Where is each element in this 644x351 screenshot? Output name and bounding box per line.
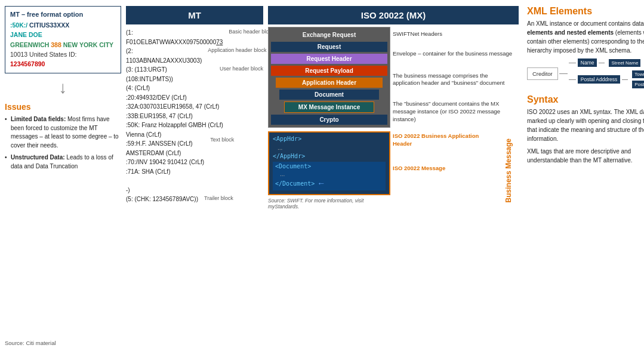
mt-line-13: :71A: SHA (CrLf) <box>126 167 204 177</box>
mt-line-16: (5: (CHK: 123456789AVC)) <box>126 195 198 204</box>
code-line-4: 10013 United States ID: <box>10 50 116 59</box>
iso-header: ISO 20022 (MX) <box>268 6 519 24</box>
issue-item-2: Unstructured Data: Leads to a loss of da… <box>5 153 121 171</box>
source-swift: Source: SWIFT. For more information, vis… <box>268 198 390 210</box>
annot-swiftnet: SWIFTNet Headers <box>393 30 515 38</box>
er-document: Document <box>279 90 379 100</box>
arrow-down: ↓ <box>5 79 121 96</box>
mt-line-5: :20:494932/DEV (CrLf) <box>126 93 263 103</box>
er-crypto: Crypto <box>271 115 387 125</box>
bm-annotations: ISO 20022 Business Application Header IS… <box>393 131 515 210</box>
left-column: MT – free format option :50K:/ CITIUS33X… <box>5 6 121 346</box>
syntax-section: Syntax ISO 20022 uses an XML syntax. The… <box>527 94 644 165</box>
xml-branch-name: Name Street Name <box>569 59 644 67</box>
bm-dots2: ... <box>280 171 285 177</box>
mt-line-9: Vienna (CrLf) <box>126 130 204 140</box>
xml-syntax-column: XML Elements An XML instance or document… <box>523 6 644 346</box>
mt-line-2: (2: 1103ABNANL2AXXXU3003) <box>126 47 202 65</box>
creditor-box: Creditor <box>527 67 558 80</box>
xml-postal-box: Postal Adddress <box>578 75 620 84</box>
er-request: Request <box>271 42 387 52</box>
mt-text-block: Vienna (CrLf) :59:H.F. JANSSEN (CrLf) AM… <box>126 130 263 195</box>
code-line-5: 1234567890 <box>10 59 116 69</box>
mt-block-basic: (1: F01OELBATWWAXXX09750000073 Basic hea… <box>126 28 263 47</box>
exchange-request-area: Exchange Request Request Request Header … <box>268 27 519 128</box>
mt-header: MT <box>126 6 263 24</box>
mt-line-14 <box>126 176 204 186</box>
mt-line-7: :33B:EUR1958, 47 (CrLf) <box>126 112 263 121</box>
xml-street-box: Street Name <box>609 59 640 67</box>
xml-branch-postal: Postal Adddress Town Name Post Code <box>569 70 644 88</box>
xml-body: An XML instance or document contains dat… <box>527 19 644 55</box>
code-line-1: :50K:/ CITIUS33XXX <box>10 20 116 30</box>
bm-dots1: ... <box>278 144 282 151</box>
business-message-diagram: <AppHdr> ... </AppHdr> <Document> ... <box>268 131 390 210</box>
annot-envelope: Envelope – container for the business me… <box>393 50 515 58</box>
mt-line-3: (3: (113:URGT)(108:INTLPMTS)) <box>126 65 214 84</box>
er-request-header: Request Header <box>271 54 387 64</box>
er-request-payload: Request Payload <box>271 66 387 76</box>
syntax-body: ISO 20022 uses an XML syntax. The XML da… <box>527 107 644 143</box>
bm-apphdr-close: </AppHdr> <box>273 152 305 161</box>
exchange-annotations: SWIFTNet Headers Envelope – container fo… <box>393 27 515 128</box>
code-line-2: JANE DOE <box>10 30 116 39</box>
bm-document-close: </Document> <box>275 180 315 187</box>
mt-free-format-title: MT – free format option <box>10 11 116 18</box>
xml-tree: Creditor Name Street Name <box>527 59 644 88</box>
xml-name-box: Name <box>578 59 597 67</box>
mt-block-trailer: (5: (CHK: 123456789AVC)) Trailer block <box>126 195 263 204</box>
business-message-area: <AppHdr> ... </AppHdr> <Document> ... <box>268 131 519 210</box>
bm-annot-iso-biz: ISO 20022 Business Application Header <box>393 133 500 148</box>
er-app-header: Application Header <box>276 78 383 88</box>
source-citi: Source: Citi material <box>5 336 121 346</box>
issue-item-1: Limited Data fields: Most firms have bee… <box>5 115 121 150</box>
xml-post-box: Post Code <box>632 81 644 88</box>
bm-annot-iso-msg: ISO 20022 Message <box>393 165 500 173</box>
syntax-body2: XML tags that are more descriptive and u… <box>527 147 644 165</box>
mt-free-format-box: MT – free format option :50K:/ CITIUS33X… <box>5 6 121 73</box>
bm-document-open: <Document> <box>275 163 311 170</box>
mt-line-15: -) <box>126 186 204 195</box>
xml-town-box: Town Name <box>632 70 644 78</box>
issues-title: Issues <box>5 102 121 112</box>
mt-content: (1: F01OELBATWWAXXX09750000073 Basic hea… <box>126 28 263 346</box>
mt-column: MT (1: F01OELBATWWAXXX09750000073 Basic … <box>126 6 263 346</box>
mt-block-app: (2: 1103ABNANL2AXXXU3003) Application he… <box>126 47 263 65</box>
mt-line-4: (4: (CrLf) <box>126 84 263 93</box>
syntax-title: Syntax <box>527 94 644 105</box>
mt-line-1: (1: F01OELBATWWAXXX09750000073 <box>126 28 223 47</box>
issues-section: Issues Limited Data fields: Most firms h… <box>5 102 121 174</box>
exchange-request-diagram: Exchange Request Request Request Header … <box>268 27 390 128</box>
er-mx-message: MX Message Instance <box>284 101 374 113</box>
xml-branch-group: Name Street Name Postal Adddress Town Na… <box>569 59 644 88</box>
mt-line-11: AMSTERDAM (CrLf) <box>126 149 204 158</box>
mt-line-12: :70:/INV 19042 910412 (CrLf) <box>126 158 204 167</box>
issues-list: Limited Data fields: Most firms have bee… <box>5 115 121 171</box>
mt-line-10: :59:H.F. JANSSEN (CrLf) <box>126 139 204 149</box>
code-line-3: GREENWICH 388 NEW YORK CITY <box>10 40 116 50</box>
er-title: Exchange Request <box>271 30 387 40</box>
bm-apphdr-open: <AppHdr> <box>273 135 301 143</box>
business-message-label: Business Message <box>504 138 513 202</box>
xml-elements-section: XML Elements An XML instance or document… <box>527 6 644 88</box>
mt-line-8: :50K: Franz Holzappfel GMBH (CrLf) <box>126 121 263 130</box>
annot-biz-message: The business message comprises the appli… <box>393 72 515 88</box>
mt-block-user: (3: (113:URGT)(108:INTLPMTS)) User heade… <box>126 65 263 84</box>
xml-title: XML Elements <box>527 6 644 17</box>
mt-line-6: :32A:0307031EUR19658, 47 (CrLf) <box>126 102 263 112</box>
annot-biz-doc: The "business" document contains the MX … <box>393 100 515 123</box>
iso-main-col: ISO 20022 (MX) Exchange Request Request … <box>268 6 519 346</box>
